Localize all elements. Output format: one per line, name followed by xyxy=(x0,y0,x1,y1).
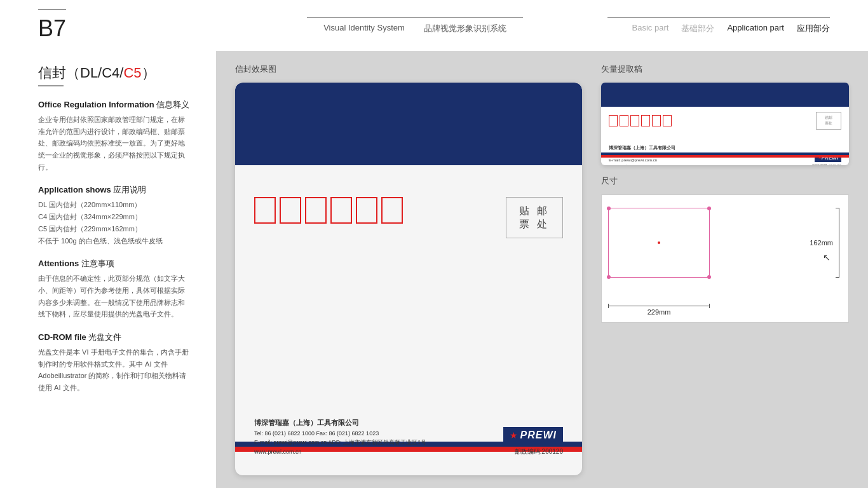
section-cd-cn: 光盘文件 xyxy=(88,332,121,342)
header-left: B7 xyxy=(38,9,241,42)
envelope-display: 贴 邮 票 处 博深管瑞嘉（上海）工具有限公司 xyxy=(235,83,582,475)
content-area: 信封效果图 xyxy=(216,51,868,488)
header-right: Basic part 基础部分 Application part 应用部分 xyxy=(588,17,830,34)
title-end: ） xyxy=(142,65,156,81)
mini-email: E-mail: prewi@prewi.com.cn xyxy=(609,158,675,163)
dim-top-tick xyxy=(836,208,839,208)
section-info-body: 企业专用信封依照国家邮政管理部门规定，在标准允许的范围内进行设计，邮政编码框、贴… xyxy=(38,114,191,173)
dim-bottom-tick xyxy=(836,277,839,278)
stamp-row-1: 贴 邮 xyxy=(519,205,550,218)
title-red: C5 xyxy=(123,65,141,81)
section-info-title: Office Regulation Information 信息释义 xyxy=(38,99,191,111)
mini-web: www.prewi.com.cn xyxy=(609,163,675,166)
mini-company-name: 博深管瑞嘉（上海）工具有限公司 xyxy=(609,145,675,152)
section-attentions: Attentions 注意事项 由于信息的不确定性，此页部分规范（如文字大小、间… xyxy=(38,258,191,320)
section-info-cn: 信息释义 xyxy=(156,100,189,109)
section-app-cn: 应用说明 xyxy=(113,185,146,194)
dimension-rect xyxy=(608,208,710,278)
dim-right-tick xyxy=(709,304,710,308)
mini-stamp: 贴邮票处 xyxy=(816,112,841,130)
zip-boxes xyxy=(254,197,403,224)
nav-app-en: Application part xyxy=(727,23,784,34)
dim-dot-tr xyxy=(707,207,711,210)
header-right-divider xyxy=(607,17,830,18)
dim-vline xyxy=(839,208,839,278)
vector-label: 矢量提取稿 xyxy=(601,64,849,75)
app-line-2: C4 国内信封（324mm×229mm） xyxy=(38,211,191,223)
stamp-text-2: 邮 xyxy=(537,205,550,218)
title-main: 信封（DL/C4/ xyxy=(38,65,123,81)
dimension-box: 162mm 229mm ↖ xyxy=(601,194,849,323)
dim-width-label: 229mm xyxy=(648,308,671,316)
mini-top xyxy=(601,83,849,107)
dim-dot-br xyxy=(707,275,711,279)
company-web: www.prewi.com.cn xyxy=(254,447,426,456)
header-divider xyxy=(307,17,523,18)
sidebar: 信封（DL/C4/C5） Office Regulation Informati… xyxy=(0,51,216,488)
dim-height-label: 162mm xyxy=(810,239,833,247)
envelope-section: 信封效果图 xyxy=(235,64,582,475)
nav-app-cn: 应用部分 xyxy=(797,23,830,34)
section-att-body: 由于信息的不确定性，此页部分规范（如文字大小、间距等）可作为参考使用，具体可根据… xyxy=(38,273,191,320)
mini-zip-box-6 xyxy=(663,115,672,126)
dim-left-tick xyxy=(608,304,609,308)
mini-red-stripe xyxy=(601,155,849,158)
zip-box-4 xyxy=(330,197,352,224)
main: 信封（DL/C4/C5） Office Regulation Informati… xyxy=(0,51,868,488)
nav-vis-en: Visual Identity System xyxy=(323,23,405,34)
postal-code: 邮政编码:200120 xyxy=(515,447,563,456)
zip-box-6 xyxy=(381,197,403,224)
section-cd-body: 光盘文件是本 VI 手册电子文件的集合，内含手册制作时的专用软件格式文件。其中 … xyxy=(38,346,191,394)
nav-vis-cn: 品牌视觉形象识别系统 xyxy=(424,23,506,34)
mini-zip xyxy=(609,115,672,126)
company-email: E-mail: prewi@prewi.com.cn ADD: 上海市浦东新区外… xyxy=(254,438,426,447)
dim-bottom-bracket: 229mm xyxy=(608,306,710,316)
mini-zip-box-4 xyxy=(641,115,650,126)
page-number: B7 xyxy=(38,9,66,42)
dimension-inner: 162mm 229mm ↖ xyxy=(602,195,848,322)
zip-box-1 xyxy=(254,197,276,224)
mini-body: 贴邮票处 xyxy=(601,107,849,145)
envelope-body: 贴 邮 票 处 博深管瑞嘉（上海）工具有限公司 xyxy=(254,102,563,463)
stamp-area: 贴 邮 票 处 xyxy=(506,197,563,238)
logo-badge: ★ PREWI xyxy=(503,427,563,444)
mini-zip-box-1 xyxy=(609,115,618,126)
section-app-body: DL 国内信封（220mm×110mm） C4 国内信封（324mm×229mm… xyxy=(38,199,191,247)
right-sections: 矢量提取稿 xyxy=(601,64,849,475)
dim-dot-bl xyxy=(607,275,611,279)
app-line-3: C5 国内信封（229mm×162mm） xyxy=(38,223,191,235)
logo-star: ★ xyxy=(510,430,518,440)
company-name: 博深管瑞嘉（上海）工具有限公司 xyxy=(254,417,426,429)
dim-hline xyxy=(608,306,710,306)
section-application: Application shows 应用说明 DL 国内信封（220mm×110… xyxy=(38,184,191,247)
section-info: Office Regulation Information 信息释义 企业专用信… xyxy=(38,99,191,173)
section-app-title: Application shows 应用说明 xyxy=(38,184,191,196)
company-phone: Tel: 86 (021) 6822 1000 Fax: 86 (021) 68… xyxy=(254,429,426,438)
section-cd-title: CD-ROM file 光盘文件 xyxy=(38,332,191,343)
mini-envelope: 贴邮票处 博深管瑞嘉（上海）工具有限公司 Tel: 86 (021) 6822 … xyxy=(601,83,849,165)
mini-zip-box-5 xyxy=(652,115,661,126)
sidebar-title: 信封（DL/C4/C5） xyxy=(38,64,191,83)
section-att-en: Attentions xyxy=(38,259,79,268)
dim-dot-tl xyxy=(607,207,611,210)
envelope-mid: 贴 邮 票 处 xyxy=(254,102,563,417)
content-inner: 信封效果图 xyxy=(235,64,849,475)
section-app-en: Application shows xyxy=(38,185,111,194)
stamp-text-4: 处 xyxy=(537,218,550,231)
zip-box-5 xyxy=(356,197,377,224)
section-cd-en: CD-ROM file xyxy=(38,332,86,342)
mini-zip-box-2 xyxy=(620,115,628,126)
sidebar-divider xyxy=(38,85,64,86)
mini-postal: 邮政编码:200120 xyxy=(812,163,841,166)
logo-area: ★ PREWI 邮政编码:200120 xyxy=(503,427,563,456)
dimension-section: 尺寸 xyxy=(601,175,849,323)
section-cdrom: CD-ROM file 光盘文件 光盘文件是本 VI 手册电子文件的集合，内含手… xyxy=(38,332,191,394)
envelope-label: 信封效果图 xyxy=(235,64,582,75)
dim-center-dot xyxy=(658,241,660,244)
header-nav: Visual Identity System 品牌视觉形象识别系统 xyxy=(323,23,506,34)
stamp-text-3: 票 xyxy=(519,218,532,231)
app-line-4: 不低于 100g 的白色纸、浅色纸或牛皮纸 xyxy=(38,235,191,247)
stamp-row-2: 票 处 xyxy=(519,218,550,231)
mini-zip-box-3 xyxy=(630,115,639,126)
section-att-cn: 注意事项 xyxy=(81,259,114,268)
